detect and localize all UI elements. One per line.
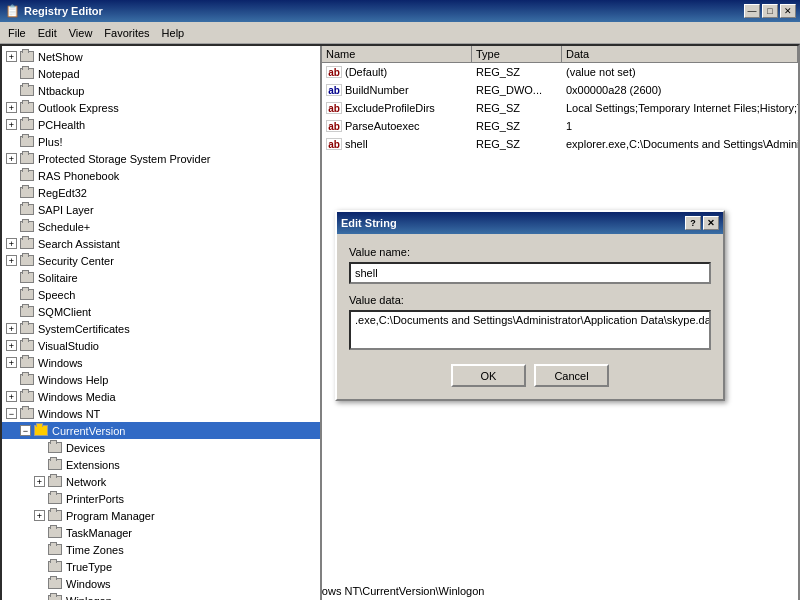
cancel-button[interactable]: Cancel xyxy=(534,364,609,387)
edit-string-dialog: Edit String ? ✕ Value name: Value data: … xyxy=(335,210,725,401)
dialog-buttons: OK Cancel xyxy=(349,364,711,387)
dialog-overlay: Edit String ? ✕ Value name: Value data: … xyxy=(0,0,800,600)
value-data-label: Value data: xyxy=(349,294,711,306)
value-name-label: Value name: xyxy=(349,246,711,258)
dialog-title-bar: Edit String ? ✕ xyxy=(337,212,723,234)
ok-button[interactable]: OK xyxy=(451,364,526,387)
dialog-title-text: Edit String xyxy=(341,217,397,229)
dialog-close-button[interactable]: ✕ xyxy=(703,216,719,230)
value-data-input[interactable] xyxy=(349,310,711,350)
dialog-body: Value name: Value data: OK Cancel xyxy=(337,234,723,399)
dialog-help-button[interactable]: ? xyxy=(685,216,701,230)
value-name-input[interactable] xyxy=(349,262,711,284)
dialog-title-buttons: ? ✕ xyxy=(685,216,719,230)
